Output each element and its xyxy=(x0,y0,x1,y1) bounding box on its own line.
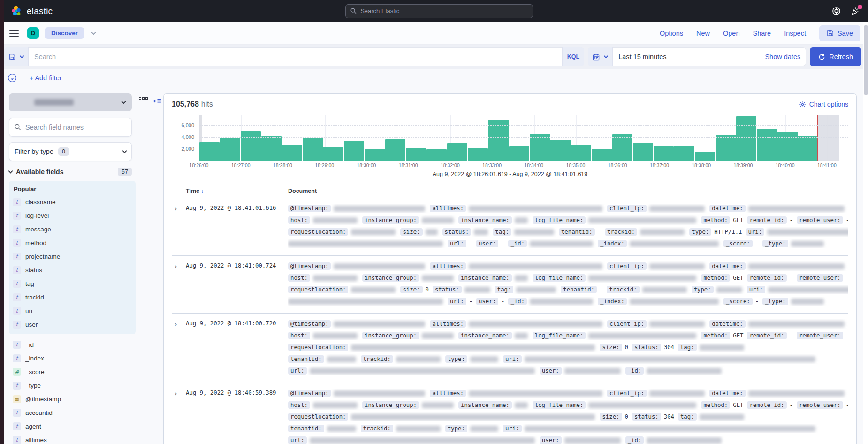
field-_score[interactable]: #_score xyxy=(13,365,137,379)
field-badge-uri: uri: xyxy=(503,355,522,363)
field-settings-icon[interactable] xyxy=(139,97,148,100)
expand-row-button[interactable]: › xyxy=(172,319,186,378)
save-button[interactable]: Save xyxy=(819,25,860,41)
filter-menu-icon[interactable] xyxy=(8,73,17,83)
expand-row-button[interactable]: › xyxy=(172,204,186,251)
histogram-bar-18:30:30 xyxy=(385,139,405,161)
sort-descending-icon[interactable]: ↓ xyxy=(201,188,204,194)
global-search-input[interactable]: Search Elastic xyxy=(345,4,533,18)
redacted-value xyxy=(700,344,744,351)
filter-by-type-button[interactable]: Filter by type 0 xyxy=(9,142,132,161)
add-filter-button[interactable]: + Add filter xyxy=(30,74,62,82)
field-user[interactable]: tuser xyxy=(13,318,136,331)
field-_id[interactable]: t_id xyxy=(13,338,137,352)
search-input[interactable] xyxy=(29,53,562,61)
scrollbar-thumb[interactable] xyxy=(864,25,868,95)
collapse-sidebar-icon[interactable] xyxy=(153,97,161,105)
field-badge-log_file_name: log_file_name: xyxy=(533,274,586,282)
histogram-bar-18:38:00 xyxy=(695,152,715,161)
field-projectname[interactable]: tprojectname xyxy=(13,250,136,263)
window-edge xyxy=(0,0,4,444)
field-log-level[interactable]: tlog-level xyxy=(13,209,136,222)
nav-link-open[interactable]: Open xyxy=(723,30,739,37)
help-icon[interactable] xyxy=(831,6,842,16)
redacted-value xyxy=(313,333,358,339)
elastic-brand[interactable]: elastic xyxy=(11,6,53,17)
histogram-bar-18:40:00 xyxy=(777,132,798,161)
redacted-value xyxy=(470,356,498,362)
field-status[interactable]: tstatus xyxy=(13,263,136,277)
field-_type[interactable]: t_type xyxy=(13,379,137,392)
field-search-input[interactable]: Search field names xyxy=(9,118,132,137)
redacted-value xyxy=(426,229,438,235)
field-agent[interactable]: tagent xyxy=(13,420,137,433)
redacted-value xyxy=(469,206,602,212)
redacted-value xyxy=(516,287,556,293)
redacted-value xyxy=(464,287,490,293)
available-fields-header[interactable]: Available fields 57 xyxy=(9,168,132,176)
chart-options-button[interactable]: Chart options xyxy=(799,100,848,108)
nav-link-inspect[interactable]: Inspect xyxy=(784,30,806,37)
field-_index[interactable]: t_index xyxy=(13,352,137,365)
news-feed-icon[interactable] xyxy=(850,6,860,16)
field-badge-type: type: xyxy=(445,425,467,432)
field-badge-uri: uri: xyxy=(747,286,766,293)
saved-query-menu-button[interactable] xyxy=(4,47,29,66)
redacted-value xyxy=(288,241,443,247)
row-timestamp: Aug 9, 2022 @ 18:40:59.389 xyxy=(186,389,288,444)
breadcrumb-chevron-icon[interactable] xyxy=(91,31,96,35)
field-value: - xyxy=(501,240,504,247)
query-language-button[interactable]: KQL xyxy=(562,47,584,66)
time-range-value[interactable]: Last 15 minutes xyxy=(613,53,765,61)
histogram-bar-18:27:30 xyxy=(261,136,282,161)
histogram-bar-18:39:30 xyxy=(757,129,777,161)
text-type-icon: t xyxy=(13,239,21,247)
nav-link-options[interactable]: Options xyxy=(660,30,683,37)
field-name: log-level xyxy=(25,212,49,219)
redacted-value xyxy=(530,299,593,305)
field-badge-instance_name: instance_name: xyxy=(458,332,512,339)
histogram-bar-18:37:30 xyxy=(674,146,694,161)
breadcrumb[interactable]: Discover xyxy=(45,27,84,39)
refresh-button[interactable]: Refresh xyxy=(810,47,861,66)
discover-page: elastic Search Elastic xyxy=(0,0,868,444)
field-badge-url: url: xyxy=(288,436,307,444)
space-badge[interactable]: D xyxy=(27,27,39,39)
field-message[interactable]: tmessage xyxy=(13,222,136,236)
field-classname[interactable]: tclassname xyxy=(13,195,136,209)
field-badge-alltimes: alltimes: xyxy=(430,262,466,270)
field-tag[interactable]: ttag xyxy=(13,277,136,291)
histogram-plot-area[interactable] xyxy=(199,115,848,161)
global-search-placeholder: Search Elastic xyxy=(360,8,399,15)
index-pattern-selector[interactable] xyxy=(9,93,132,111)
redacted-value xyxy=(515,217,528,223)
field-alltimes[interactable]: talltimes xyxy=(13,433,137,444)
show-dates-button[interactable]: Show dates xyxy=(765,53,806,61)
field-uri[interactable]: turi xyxy=(13,304,136,318)
nav-link-share[interactable]: Share xyxy=(753,30,771,37)
date-quick-menu-button[interactable] xyxy=(588,47,613,66)
field-name: agent xyxy=(25,423,41,430)
field-accountid[interactable]: taccountid xyxy=(13,406,137,420)
redacted-value xyxy=(515,333,528,339)
redacted-value xyxy=(334,321,425,327)
elastic-logo-icon xyxy=(11,6,23,17)
redacted-value xyxy=(422,333,454,339)
nav-link-new[interactable]: New xyxy=(696,30,710,37)
field-name: alltimes xyxy=(25,436,47,444)
field-badge-method: method: xyxy=(701,216,730,224)
field-method[interactable]: tmethod xyxy=(13,236,136,250)
x-tick-label: 18:29:00 xyxy=(315,162,334,168)
row-timestamp: Aug 9, 2022 @ 18:41:00.720 xyxy=(186,319,288,378)
redacted-value xyxy=(514,229,554,235)
time-column-header[interactable]: Time↓ xyxy=(186,188,288,194)
scrollbar[interactable] xyxy=(863,22,868,444)
field-badge-client_ip: client_ip: xyxy=(607,320,647,328)
field-name: classname xyxy=(25,199,56,206)
menu-icon[interactable] xyxy=(9,30,19,37)
field-@timestamp[interactable]: ▦@timestamp xyxy=(13,392,137,406)
expand-row-button[interactable]: › xyxy=(172,261,186,308)
expand-row-button[interactable]: › xyxy=(172,389,186,444)
field-trackid[interactable]: ttrackid xyxy=(13,291,136,304)
redacted-value xyxy=(422,275,454,281)
